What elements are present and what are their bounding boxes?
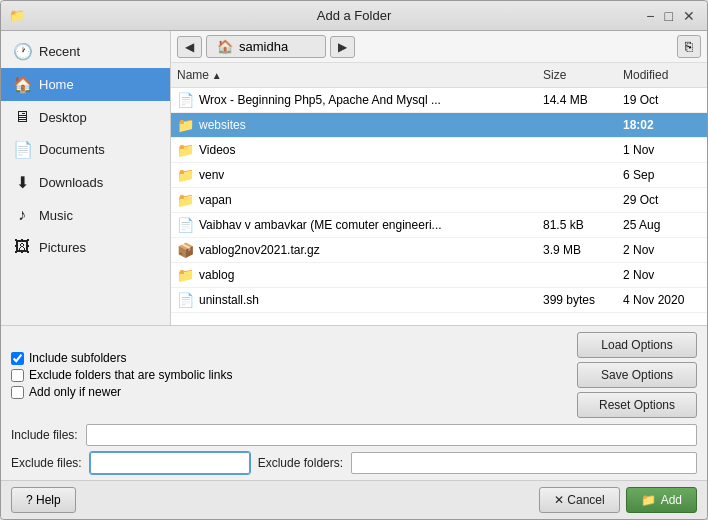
include-files-input[interactable] xyxy=(86,424,697,446)
save-options-button[interactable]: Save Options xyxy=(577,362,697,388)
exclude-files-row: Exclude files: Exclude folders: xyxy=(11,452,697,474)
file-name-cell: 📁vapan xyxy=(171,189,537,211)
file-name-cell: 📄Vaibhav v ambavkar (ME comuter engineer… xyxy=(171,214,537,236)
pictures-icon: 🖼 xyxy=(13,238,31,256)
back-button[interactable]: ◀ xyxy=(177,36,202,58)
file-icon: 📄 xyxy=(177,292,194,308)
file-modified-cell: 19 Oct xyxy=(617,89,707,111)
file-icon: 📄 xyxy=(177,92,194,108)
file-name-text: uninstall.sh xyxy=(199,293,259,307)
sidebar-item-music-label: Music xyxy=(39,208,73,223)
file-modified-cell: 4 Nov 2020 xyxy=(617,289,707,311)
file-name-text: vablog xyxy=(199,268,234,282)
exclude-files-input[interactable] xyxy=(90,452,250,474)
file-icon: 📁 xyxy=(177,117,194,133)
maximize-button[interactable]: □ xyxy=(661,9,677,23)
column-name[interactable]: Name xyxy=(171,66,537,84)
file-name-cell: 📄uninstall.sh xyxy=(171,289,537,311)
include-subfolders-item[interactable]: Include subfolders xyxy=(11,351,569,365)
include-subfolders-label: Include subfolders xyxy=(29,351,126,365)
table-row[interactable]: 📦vablog2nov2021.tar.gz3.9 MB2 Nov xyxy=(171,238,707,263)
exclude-symbolic-checkbox[interactable] xyxy=(11,369,24,382)
file-name-text: Vaibhav v ambavkar (ME comuter engineeri… xyxy=(199,218,442,232)
music-icon: ♪ xyxy=(13,206,31,224)
file-icon: 📦 xyxy=(177,242,194,258)
close-button[interactable]: ✕ xyxy=(679,9,699,23)
sidebar-item-pictures[interactable]: 🖼 Pictures xyxy=(1,231,170,263)
file-list-header: Name Size Modified xyxy=(171,63,707,88)
cancel-button[interactable]: ✕ Cancel xyxy=(539,487,620,513)
include-files-row: Include files: xyxy=(11,424,697,446)
minimize-button[interactable]: − xyxy=(642,9,658,23)
table-row[interactable]: 📄uninstall.sh399 bytes4 Nov 2020 xyxy=(171,288,707,313)
title-bar-left: 📁 xyxy=(9,8,25,24)
file-name-cell: 📁venv xyxy=(171,164,537,186)
file-modified-cell: 1 Nov xyxy=(617,139,707,161)
sidebar-item-music[interactable]: ♪ Music xyxy=(1,199,170,231)
add-folder-window: 📁 Add a Folder − □ ✕ 🕐 Recent 🏠 Home 🖥 D… xyxy=(0,0,708,520)
file-size-cell xyxy=(537,164,617,186)
table-row[interactable]: 📁vapan29 Oct xyxy=(171,188,707,213)
file-name-text: vapan xyxy=(199,193,232,207)
add-if-newer-label: Add only if newer xyxy=(29,385,121,399)
help-button[interactable]: ? Help xyxy=(11,487,76,513)
sidebar-item-desktop-label: Desktop xyxy=(39,110,87,125)
breadcrumb-location: samidha xyxy=(239,39,288,54)
main-content: 🕐 Recent 🏠 Home 🖥 Desktop 📄 Documents ⬇ … xyxy=(1,31,707,325)
sidebar-item-home[interactable]: 🏠 Home xyxy=(1,68,170,101)
reset-options-button[interactable]: Reset Options xyxy=(577,392,697,418)
file-list[interactable]: Name Size Modified 📄Wrox - Beginning Php… xyxy=(171,63,707,325)
file-size-cell: 3.9 MB xyxy=(537,239,617,261)
file-size-cell: 14.4 MB xyxy=(537,89,617,111)
add-if-newer-checkbox[interactable] xyxy=(11,386,24,399)
file-name-cell: 📁websites xyxy=(171,114,537,136)
add-if-newer-item[interactable]: Add only if newer xyxy=(11,385,569,399)
table-row[interactable]: 📁vablog2 Nov xyxy=(171,263,707,288)
sidebar: 🕐 Recent 🏠 Home 🖥 Desktop 📄 Documents ⬇ … xyxy=(1,31,171,325)
new-folder-icon: ⎘ xyxy=(685,39,693,54)
sidebar-item-downloads-label: Downloads xyxy=(39,175,103,190)
table-row[interactable]: 📁websites18:02 xyxy=(171,113,707,138)
file-size-cell xyxy=(537,189,617,211)
footer-right: ✕ Cancel 📁 Add xyxy=(539,487,697,513)
column-modified[interactable]: Modified xyxy=(617,66,707,84)
table-row[interactable]: 📁venv6 Sep xyxy=(171,163,707,188)
table-row[interactable]: 📄Vaibhav v ambavkar (ME comuter engineer… xyxy=(171,213,707,238)
file-rows-container: 📄Wrox - Beginning Php5, Apache And Mysql… xyxy=(171,88,707,313)
nav-bar: ◀ 🏠 samidha ▶ ⎘ xyxy=(171,31,707,63)
window-title: Add a Folder xyxy=(317,8,391,23)
table-row[interactable]: 📄Wrox - Beginning Php5, Apache And Mysql… xyxy=(171,88,707,113)
sidebar-item-downloads[interactable]: ⬇ Downloads xyxy=(1,166,170,199)
exclude-folders-input[interactable] xyxy=(351,452,697,474)
new-folder-button[interactable]: ⎘ xyxy=(677,35,701,58)
file-icon: 📁 xyxy=(177,167,194,183)
column-size[interactable]: Size xyxy=(537,66,617,84)
exclude-folders-label: Exclude folders: xyxy=(258,456,343,470)
include-subfolders-checkbox[interactable] xyxy=(11,352,24,365)
sidebar-item-documents[interactable]: 📄 Documents xyxy=(1,133,170,166)
file-name-cell: 📦vablog2nov2021.tar.gz xyxy=(171,239,537,261)
forward-button[interactable]: ▶ xyxy=(330,36,355,58)
home-breadcrumb-icon: 🏠 xyxy=(217,39,233,54)
file-icon: 📁 xyxy=(177,142,194,158)
recent-icon: 🕐 xyxy=(13,42,31,61)
footer: ? Help ✕ Cancel 📁 Add xyxy=(1,480,707,519)
sidebar-item-documents-label: Documents xyxy=(39,142,105,157)
file-modified-cell: 25 Aug xyxy=(617,214,707,236)
file-modified-cell: 18:02 xyxy=(617,114,707,136)
file-icon: 📁 xyxy=(177,192,194,208)
add-button[interactable]: 📁 Add xyxy=(626,487,697,513)
sidebar-item-recent[interactable]: 🕐 Recent xyxy=(1,35,170,68)
exclude-symbolic-label: Exclude folders that are symbolic links xyxy=(29,368,232,382)
file-modified-cell: 2 Nov xyxy=(617,239,707,261)
file-name-text: websites xyxy=(199,118,246,132)
home-icon: 🏠 xyxy=(13,75,31,94)
checkboxes-col: Include subfolders Exclude folders that … xyxy=(11,351,569,399)
table-row[interactable]: 📁Videos1 Nov xyxy=(171,138,707,163)
exclude-symbolic-item[interactable]: Exclude folders that are symbolic links xyxy=(11,368,569,382)
sidebar-item-desktop[interactable]: 🖥 Desktop xyxy=(1,101,170,133)
options-row: Include subfolders Exclude folders that … xyxy=(11,332,697,418)
load-options-button[interactable]: Load Options xyxy=(577,332,697,358)
footer-left: ? Help xyxy=(11,487,76,513)
file-modified-cell: 2 Nov xyxy=(617,264,707,286)
